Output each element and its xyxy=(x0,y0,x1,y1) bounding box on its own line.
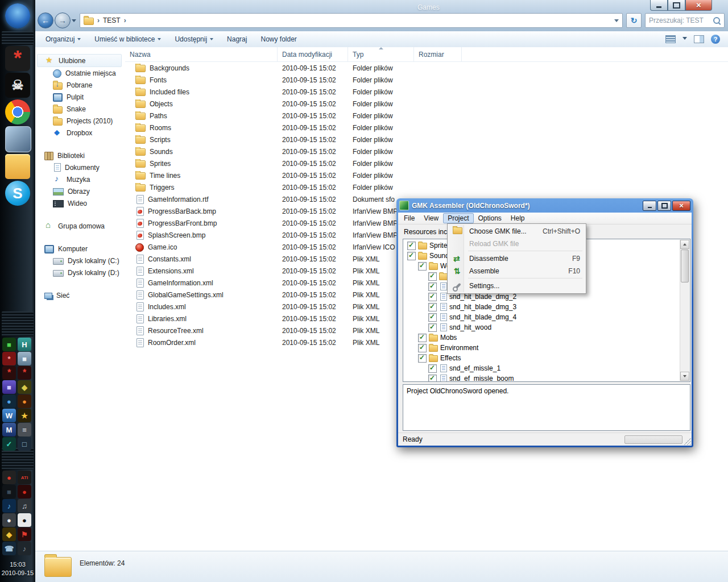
project-menu-item[interactable]: Settings... xyxy=(449,280,585,292)
preview-pane-icon[interactable] xyxy=(694,35,704,43)
app-icon-m[interactable]: M xyxy=(2,423,16,436)
history-dropdown-icon[interactable] xyxy=(72,19,76,24)
nav-item[interactable]: Snake xyxy=(35,103,125,115)
toolbar-button[interactable]: Udostępnij xyxy=(175,35,213,43)
app-icon-red-flower[interactable]: * xyxy=(5,46,30,71)
checkbox[interactable] xyxy=(428,282,437,291)
app-icon-red-dots[interactable]: * xyxy=(2,352,16,365)
change-view-icon[interactable] xyxy=(665,35,676,43)
menu-item[interactable]: Help xyxy=(506,213,530,223)
toolbar-button[interactable]: Nowy folder xyxy=(260,35,296,43)
skull-app-icon[interactable]: ☠ xyxy=(5,73,30,98)
file-row[interactable]: Sprites 2010-09-15 15:02 Folder plików xyxy=(125,157,728,169)
app-icon-monitor[interactable]: □ xyxy=(18,437,31,451)
address-dropdown-icon[interactable] xyxy=(614,19,619,24)
phone-icon[interactable]: ☎ xyxy=(2,542,16,555)
nav-item[interactable]: Dysk lokalny (D:) xyxy=(35,267,125,278)
app-icon-bluegray[interactable]: ■ xyxy=(18,352,31,365)
nav-item[interactable]: Obrazy xyxy=(35,185,125,197)
app-icon-check[interactable]: ✓ xyxy=(2,437,16,451)
file-row[interactable]: Time lines 2010-09-15 15:02 Folder plikó… xyxy=(125,169,728,181)
nav-item[interactable]: Dropbox xyxy=(35,127,125,139)
app-icon-olive-diamond[interactable]: ◆ xyxy=(18,380,31,394)
chevron-right-icon[interactable] xyxy=(97,16,100,24)
file-row[interactable]: Backgrounds 2010-09-15 15:02 Folder plik… xyxy=(125,62,728,74)
nav-item[interactable]: Muzyka xyxy=(35,173,125,185)
app-icon-green[interactable]: ■ xyxy=(2,338,16,351)
checkbox[interactable] xyxy=(418,354,427,363)
scrollbar[interactable] xyxy=(680,240,689,381)
back-button[interactable]: ← xyxy=(38,13,53,28)
tree-item[interactable]: Effects xyxy=(404,353,680,363)
project-menu-item[interactable]: Choose GMK file... Ctrl+Shift+O xyxy=(449,225,585,238)
file-row[interactable]: Scripts 2010-09-15 15:02 Folder plików xyxy=(125,134,728,146)
close-button[interactable] xyxy=(672,201,690,211)
flag-icon[interactable]: ⚑ xyxy=(18,527,31,541)
tree-item[interactable]: snd_hit_blade_dmg_4 xyxy=(404,312,680,322)
resize-grip[interactable] xyxy=(684,438,691,445)
project-menu-item[interactable]: Reload GMK file xyxy=(449,238,585,250)
file-row[interactable]: Fonts 2010-09-15 15:02 Folder plików xyxy=(125,74,728,86)
start-orb-icon[interactable] xyxy=(5,3,30,28)
app-icon-red-star-1[interactable]: * xyxy=(2,366,16,380)
app-icon-indigo[interactable]: ■ xyxy=(2,380,16,394)
toolbar-button[interactable]: Umieść w bibliotece xyxy=(94,35,161,43)
views-dropdown-icon[interactable] xyxy=(682,37,687,42)
app-icon-sliders[interactable]: ≡ xyxy=(18,423,31,436)
app-icon-red-ring[interactable]: ● xyxy=(2,471,16,484)
chevron-right-icon[interactable] xyxy=(124,16,126,24)
checkbox[interactable] xyxy=(418,344,427,352)
tree-item[interactable]: snd_ef_missle_1 xyxy=(404,363,680,373)
ati-icon[interactable]: ATI xyxy=(18,471,31,484)
toolbar-button[interactable]: Organizuj xyxy=(46,35,81,43)
nav-item[interactable]: Biblioteki xyxy=(35,149,125,161)
app-icon-white-dot[interactable]: ● xyxy=(2,513,16,527)
column-header[interactable]: Rozmiar xyxy=(414,47,462,61)
nav-item[interactable]: Pobrane xyxy=(35,79,125,91)
search-input[interactable] xyxy=(648,16,713,25)
menu-item[interactable]: Options xyxy=(474,213,506,223)
nav-item[interactable]: Wideo xyxy=(35,197,125,209)
maximize-button[interactable] xyxy=(657,201,671,211)
nav-item[interactable]: Pulpit xyxy=(35,91,125,103)
nav-item[interactable]: Komputer xyxy=(35,243,125,255)
menu-item[interactable]: Project xyxy=(443,213,473,223)
nav-item[interactable]: Ostatnie miejsca xyxy=(35,67,125,79)
music-app-icon[interactable]: ♪ xyxy=(2,499,16,513)
app-icon-black-dot[interactable]: ● xyxy=(18,513,31,527)
checkbox[interactable] xyxy=(407,242,416,250)
menu-item[interactable]: View xyxy=(419,213,443,223)
menu-item[interactable]: File xyxy=(399,213,419,223)
folder-dock-icon[interactable] xyxy=(5,154,30,179)
file-row[interactable]: Sounds 2010-09-15 15:02 Folder plików xyxy=(125,146,728,157)
toolbar-button[interactable]: Nagraj xyxy=(227,35,247,43)
glass-app-icon[interactable] xyxy=(5,126,31,152)
nav-item[interactable]: Grupa domowa xyxy=(35,220,125,232)
column-header[interactable]: Nazwa xyxy=(125,47,278,61)
scroll-down-icon[interactable] xyxy=(680,372,689,381)
minimize-button[interactable] xyxy=(643,201,656,211)
project-menu-item[interactable]: Assemble F10 xyxy=(449,265,585,277)
close-button[interactable] xyxy=(685,0,712,11)
checkbox[interactable] xyxy=(428,303,437,311)
checkbox[interactable] xyxy=(428,364,437,373)
checkbox[interactable] xyxy=(418,262,427,271)
checkbox[interactable] xyxy=(428,272,437,281)
checkbox[interactable] xyxy=(428,375,437,383)
ati-ball-icon[interactable]: ● xyxy=(18,485,31,498)
checkbox[interactable] xyxy=(428,323,437,332)
project-menu-item[interactable]: Disassemble F9 xyxy=(449,252,585,265)
app-icon-red-star-2[interactable]: * xyxy=(18,366,31,380)
forward-button[interactable]: → xyxy=(55,13,71,28)
app-icon-h[interactable]: H xyxy=(18,338,31,351)
scroll-up-icon[interactable] xyxy=(680,240,689,249)
nav-item[interactable]: Ulubione xyxy=(37,54,122,67)
gmk-title-bar[interactable]: GMK Assembler (OldChronoSword*) xyxy=(398,198,692,213)
app-icon-w[interactable]: W xyxy=(2,409,16,422)
tree-item[interactable]: snd_ef_missle_boom xyxy=(404,373,680,382)
column-header[interactable]: Data modyfikacji xyxy=(278,47,348,61)
nav-item[interactable]: Dokumenty xyxy=(35,161,125,173)
skype-icon[interactable]: S xyxy=(5,181,30,206)
scrollbar-thumb[interactable] xyxy=(681,250,689,282)
file-row[interactable]: Objects 2010-09-15 15:02 Folder plików xyxy=(125,98,728,110)
